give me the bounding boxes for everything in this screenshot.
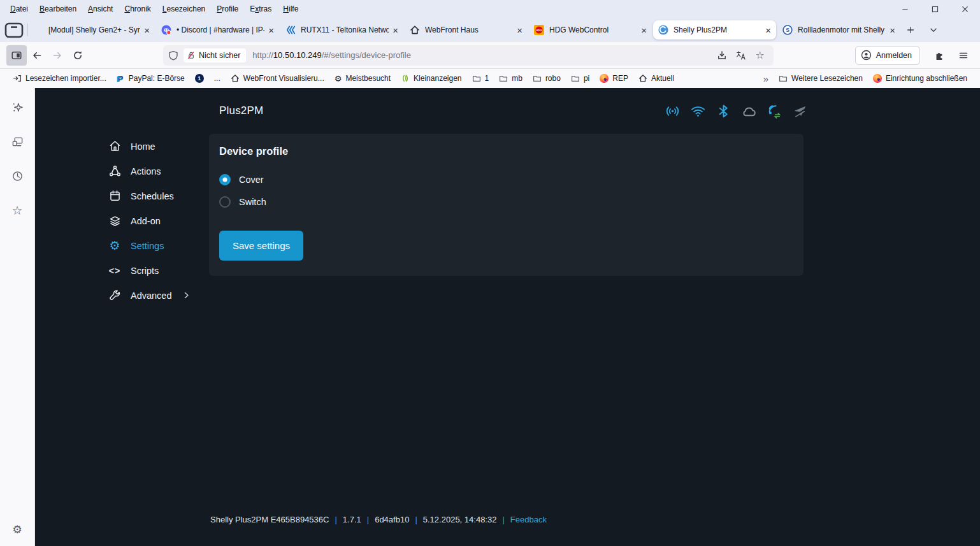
tab-close-icon[interactable]: × <box>268 25 274 35</box>
svg-text:S: S <box>786 27 789 33</box>
menu-hamburger-icon[interactable] <box>953 45 974 66</box>
radio-cover[interactable] <box>219 174 231 185</box>
bookmark-ard[interactable]: 1 <box>191 72 208 85</box>
url-text[interactable]: http://10.50.10.249/#/settings/device-pr… <box>252 50 713 60</box>
forward-icon <box>52 50 62 61</box>
forward-button[interactable] <box>47 45 68 66</box>
nav-item-addon[interactable]: Add-on <box>107 208 209 233</box>
sidebar-toggle-button[interactable] <box>6 45 27 66</box>
nav-item-schedules[interactable]: Schedules <box>107 183 209 208</box>
bookmark-kleinanzeigen[interactable]: Kleinanzeigen <box>397 72 465 85</box>
home-icon <box>107 140 122 153</box>
sidebar-icon <box>11 50 22 61</box>
bookmark-folder-robo[interactable]: robo <box>529 72 565 85</box>
bookmarks-overflow-chevron[interactable]: » <box>760 73 772 84</box>
nav-item-scripts[interactable]: <> Scripts <box>107 258 209 283</box>
reload-button[interactable] <box>68 45 88 66</box>
bookmarks-more-folder[interactable]: Weitere Lesezeichen <box>775 72 867 85</box>
menu-profile[interactable]: Profile <box>212 3 243 15</box>
translate-icon[interactable] <box>733 47 749 64</box>
save-settings-button[interactable]: Save settings <box>219 231 303 261</box>
ai-chat-sparkle-icon[interactable] <box>7 97 27 117</box>
nav-item-advanced[interactable]: Advanced <box>107 283 209 308</box>
folder-icon <box>472 74 481 83</box>
ard-icon: 1 <box>195 74 204 83</box>
bookmark-folder-1[interactable]: 1 <box>468 72 493 85</box>
maximize-button[interactable] <box>920 0 950 18</box>
tab-discord[interactable]: • Discord | #hardware | IP-S × <box>156 20 279 40</box>
menu-lesezeichen[interactable]: Lesezeichen <box>157 3 210 15</box>
tab-close-icon[interactable]: × <box>517 25 522 35</box>
ap-mode-icon[interactable] <box>665 103 681 119</box>
tab-rutx11[interactable]: RUTX11 - Teltonika Networ × <box>280 20 403 40</box>
tab-close-icon[interactable]: × <box>393 25 398 35</box>
nav-item-home[interactable]: Home <box>107 134 209 159</box>
menu-ansicht[interactable]: Ansicht <box>83 3 118 15</box>
sidebar-settings-gear-icon[interactable]: ⚙ <box>7 519 27 540</box>
menubar: Datei Bearbeiten Ansicht Chronik Lesezei… <box>0 3 303 15</box>
bookmark-star-icon[interactable]: ☆ <box>752 47 768 64</box>
extensions-puzzle-icon[interactable] <box>929 45 949 66</box>
bookmark-folder-mb[interactable]: mb <box>495 72 526 85</box>
wifi-icon[interactable] <box>690 103 706 119</box>
mqtt-icon[interactable] <box>767 103 782 119</box>
bookmark-import[interactable]: Lesezeichen importier... <box>9 72 110 85</box>
menu-extras[interactable]: Extras <box>245 3 277 15</box>
tab-shelly-plus2pm[interactable]: Shelly Plus2PM × <box>653 20 776 40</box>
tabstrip-separator <box>27 24 28 36</box>
synced-tabs-icon[interactable] <box>7 131 27 152</box>
tab-list-dropdown-button[interactable] <box>924 21 943 39</box>
house-icon <box>638 74 647 83</box>
bookmark-ellipsis[interactable]: ... <box>210 72 224 85</box>
security-chip[interactable]: Nicht sicher <box>184 48 246 62</box>
tab-hdg-webcontrol[interactable]: HDG HDG WebControl × <box>529 20 652 40</box>
setup-finish-item[interactable]: Einrichtung abschließen <box>869 72 971 85</box>
tab-close-icon[interactable]: × <box>765 25 771 35</box>
nav-item-actions[interactable]: Actions <box>107 159 209 183</box>
feedback-link[interactable]: Feedback <box>510 515 547 524</box>
bookmark-paypal[interactable]: PP PayPal: E-Börse <box>113 72 189 85</box>
nav-item-settings[interactable]: ⚙ Settings <box>107 233 209 258</box>
window-titlebar: Datei Bearbeiten Ansicht Chronik Lesezei… <box>0 0 980 18</box>
bookmark-aktuell[interactable]: Aktuell <box>635 72 678 85</box>
cloud-icon[interactable] <box>741 103 757 119</box>
save-page-icon[interactable] <box>714 47 730 64</box>
radio-option-switch[interactable]: Switch <box>219 196 793 208</box>
bluetooth-icon[interactable] <box>716 103 731 119</box>
folder-icon <box>571 74 580 83</box>
url-bar[interactable]: Nicht sicher http://10.50.10.249/#/setti… <box>163 45 774 66</box>
bookmark-folder-pi[interactable]: pi <box>567 72 593 85</box>
firefox-icon <box>873 74 882 83</box>
shelly-body: Home Actions Schedules Add-on <box>35 134 980 308</box>
radio-switch[interactable] <box>219 196 231 208</box>
tab-modul-shelly[interactable]: [Modul] Shelly Gen2+ - Syn × <box>32 20 155 40</box>
urlbar-actions: ☆ <box>714 47 768 64</box>
tab-rollladenmotor[interactable]: S Rollladenmotor mit Shelly P × <box>777 20 900 40</box>
svg-text:HDG: HDG <box>536 29 542 32</box>
history-clock-icon[interactable] <box>7 166 27 186</box>
folder-icon <box>533 74 542 83</box>
shield-icon[interactable] <box>168 50 178 61</box>
tab-close-icon[interactable]: × <box>641 25 647 35</box>
bookmarks-star-icon[interactable]: ☆ <box>7 200 27 220</box>
radio-option-cover[interactable]: Cover <box>219 174 793 185</box>
signin-button[interactable]: Anmelden <box>855 46 920 65</box>
new-tab-button[interactable] <box>901 21 920 39</box>
menu-chronik[interactable]: Chronik <box>119 3 155 15</box>
bookmark-rep[interactable]: REP <box>596 72 632 85</box>
house-favicon <box>410 25 420 35</box>
import-icon <box>13 74 22 83</box>
close-button[interactable] <box>950 0 980 18</box>
tab-webfront-haus[interactable]: WebFront Haus × <box>405 20 528 40</box>
bookmark-meistbesucht[interactable]: ⚙ Meistbesucht <box>331 72 394 85</box>
bookmark-webfront[interactable]: WebFront Visualisieru... <box>227 72 328 85</box>
menu-datei[interactable]: Datei <box>5 3 33 15</box>
minimize-button[interactable] <box>890 0 920 18</box>
back-button[interactable] <box>27 45 47 66</box>
tab-close-icon[interactable]: × <box>890 25 895 35</box>
firefox-view-button[interactable] <box>4 21 24 39</box>
menu-hilfe[interactable]: Hilfe <box>278 3 303 15</box>
outbound-websocket-icon[interactable] <box>792 103 808 119</box>
tab-close-icon[interactable]: × <box>144 25 150 35</box>
menu-bearbeiten[interactable]: Bearbeiten <box>34 3 82 15</box>
